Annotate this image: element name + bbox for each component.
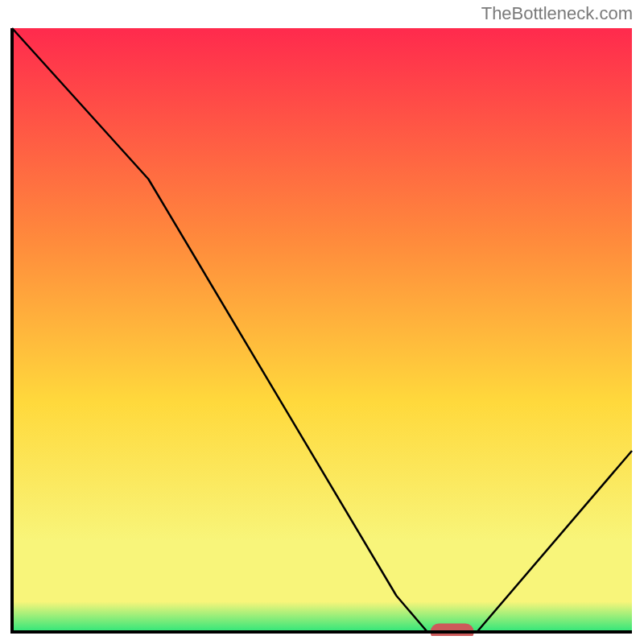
svg-rect-1 — [431, 624, 474, 637]
chart-container: TheBottleneck.com — [0, 0, 644, 644]
watermark-text: TheBottleneck.com — [481, 3, 633, 24]
bottleneck-chart — [8, 24, 636, 636]
svg-rect-0 — [12, 28, 632, 632]
